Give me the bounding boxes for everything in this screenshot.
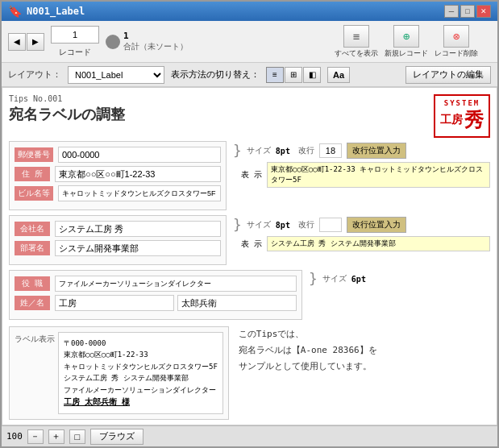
preview-view-button[interactable]: ◧	[303, 67, 321, 83]
layout-select[interactable]: N001_Label	[68, 66, 164, 84]
bottom-section: ラベル表示 〒000-0000 東京都○○区○○町1-22-33 キャロットミッ…	[9, 326, 490, 420]
delete-record-label: レコード削除	[435, 48, 478, 59]
label-line2: 東京都○○区○○町1-22-33	[64, 349, 218, 360]
company-section: 会社名 部署名 } サイズ 8pt 改行 改行位置入力 表	[9, 215, 490, 265]
size-val1: 8pt	[276, 147, 290, 156]
toolbar: ◀ ▶ レコード 1 合計（未ソート） ≡ すべてを表示 ⊕ 新規レコード ⊗ …	[2, 21, 497, 63]
size-row3: } サイズ 6pt	[309, 272, 490, 286]
kaigyo-label2: 改行	[298, 219, 314, 230]
label-line1: 〒000-0000	[64, 338, 218, 349]
zoom-minus-button[interactable]: －	[27, 429, 44, 444]
main-content: Tips No.001 宛名ラベルの調整 SYSTEM 工房 秀 郵便番号 住 …	[2, 87, 497, 425]
name-row: 姓／名	[15, 295, 297, 311]
display-text1: 東京都○○区○○町1-22-33 キャロットミッドタウンヒルズクロスタワー5F	[267, 162, 490, 188]
window-title: N001_Label	[27, 6, 85, 17]
record-status-icon	[106, 35, 120, 49]
role-right: } サイズ 6pt	[309, 270, 490, 320]
role-input[interactable]	[55, 276, 297, 292]
role-section: 役 職 姓／名 } サイズ 6pt	[9, 270, 490, 320]
layout-bar: レイアウト： N001_Label 表示方法の切り替え： ≡ ⊞ ◧ Aa レイ…	[2, 63, 497, 87]
size-label2: サイズ	[247, 219, 271, 230]
label-line5: ファイルメーカーソリューションダイレクター	[64, 384, 218, 396]
yubin-input[interactable]	[58, 147, 221, 163]
delete-record-icon: ⊗	[443, 25, 469, 48]
system-line2: 工房 秀	[440, 107, 484, 133]
view-buttons: ≡ ⊞ ◧	[266, 67, 321, 83]
record-input[interactable]	[51, 26, 99, 44]
record-count: 1	[123, 31, 188, 41]
name-last-input[interactable]	[55, 295, 174, 311]
list-view-button[interactable]: ≡	[266, 67, 284, 83]
name-inputs	[55, 295, 297, 311]
minimize-button[interactable]: ─	[444, 5, 459, 18]
prev-button[interactable]: ◀	[8, 33, 26, 51]
name-label: 姓／名	[15, 296, 50, 310]
label-line6: 工房 太郎兵衛 様	[64, 396, 218, 409]
label-line3: キャロットミッドタウンヒルズクロスタワー5F	[64, 361, 218, 372]
edit-layout-button[interactable]: レイアウトの編集	[405, 66, 491, 84]
label-preview: ラベル表示 〒000-0000 東京都○○区○○町1-22-33 キャロットミッ…	[9, 326, 229, 420]
address-section: 郵便番号 住 所 ビル名等 } サイズ 8pt 改行	[9, 141, 490, 210]
label-line4: システム工房 秀 システム開発事業部	[64, 372, 218, 384]
kaigyo-input2[interactable]	[319, 218, 342, 232]
size-val3: 6pt	[351, 275, 366, 284]
company-fields: 会社名 部署名	[9, 215, 227, 265]
record-label: レコード	[59, 47, 91, 58]
table-view-button[interactable]: ⊞	[285, 67, 302, 83]
aa-button[interactable]: Aa	[327, 67, 350, 83]
system-line1: SYSTEM	[444, 99, 480, 107]
company-row: 会社名	[15, 221, 221, 237]
display-text2: システム工房 秀 システム開発事業部	[267, 236, 490, 251]
new-record-button[interactable]: ⊕ 新規レコード	[385, 25, 428, 59]
building-label: ビル名等	[15, 186, 53, 201]
tips-text-line3: サンプルとして使用しています。	[239, 359, 490, 375]
kaigyo-input1[interactable]	[319, 143, 342, 158]
close-button[interactable]: ✕	[476, 5, 491, 18]
brace3: }	[309, 272, 318, 286]
jusho-label: 住 所	[15, 167, 50, 181]
role-label: 役 職	[15, 276, 50, 291]
building-row: ビル名等	[15, 185, 221, 201]
jusho-row: 住 所	[15, 166, 221, 182]
tips-no: Tips No.001	[9, 94, 125, 103]
jusho-input[interactable]	[55, 166, 221, 182]
dept-label: 部署名	[15, 241, 50, 255]
zoom-plus-button[interactable]: ＋	[48, 429, 64, 444]
system-kobo: 工房	[440, 113, 463, 127]
show-all-button[interactable]: ≡ すべてを表示	[335, 25, 378, 59]
label-preview-inner: ラベル表示 〒000-0000 東京都○○区○○町1-22-33 キャロットミッ…	[15, 332, 223, 414]
next-button[interactable]: ▶	[27, 33, 44, 51]
display-row2: 表 示 システム工房 秀 システム開発事業部	[233, 236, 490, 251]
nav-arrows: ◀ ▶	[8, 33, 44, 51]
title-bar: 🔖 N001_Label ─ □ ✕	[2, 2, 497, 21]
size-row1: } サイズ 8pt 改行 改行位置入力	[233, 143, 490, 159]
delete-record-button[interactable]: ⊗ レコード削除	[435, 25, 478, 59]
display-label2: 表 示	[241, 239, 262, 250]
window-size-button[interactable]: □	[69, 429, 85, 444]
name-first-input[interactable]	[177, 295, 297, 311]
tips-header: Tips No.001 宛名ラベルの調整 SYSTEM 工房 秀	[9, 94, 490, 138]
kaigyo-btn1[interactable]: 改行位置入力	[347, 143, 406, 159]
record-sort: 合計（未ソート）	[123, 41, 188, 52]
company-right: } サイズ 8pt 改行 改行位置入力 表 示 システム工房 秀 システム開発事…	[233, 215, 490, 265]
dept-input[interactable]	[55, 240, 221, 256]
role-fields: 役 職 姓／名	[9, 270, 302, 320]
kaigyo-btn2[interactable]: 改行位置入力	[347, 217, 406, 233]
window-controls: ─ □ ✕	[444, 5, 491, 18]
show-all-icon: ≡	[343, 25, 369, 48]
tips-title: 宛名ラベルの調整	[9, 105, 125, 124]
size-label1: サイズ	[247, 145, 271, 156]
size-label3: サイズ	[322, 273, 347, 284]
show-all-label: すべてを表示	[335, 48, 378, 59]
yubin-label: 郵便番号	[15, 147, 53, 162]
maximize-button[interactable]: □	[460, 5, 475, 18]
system-kanji: 秀	[464, 107, 484, 133]
label-preview-content: 〒000-0000 東京都○○区○○町1-22-33 キャロットミッドタウンヒル…	[58, 332, 223, 414]
tips-text-line2: 宛名ラベルは【A-one 28366】を	[239, 342, 490, 359]
display-row1: 表 示 東京都○○区○○町1-22-33 キャロットミッドタウンヒルズクロスタワ…	[233, 162, 490, 188]
size-row2: } サイズ 8pt 改行 改行位置入力	[233, 217, 490, 233]
size-val2: 8pt	[276, 221, 290, 230]
company-input[interactable]	[55, 221, 221, 237]
browse-button[interactable]: ブラウズ	[90, 429, 143, 445]
building-input[interactable]	[58, 185, 221, 201]
